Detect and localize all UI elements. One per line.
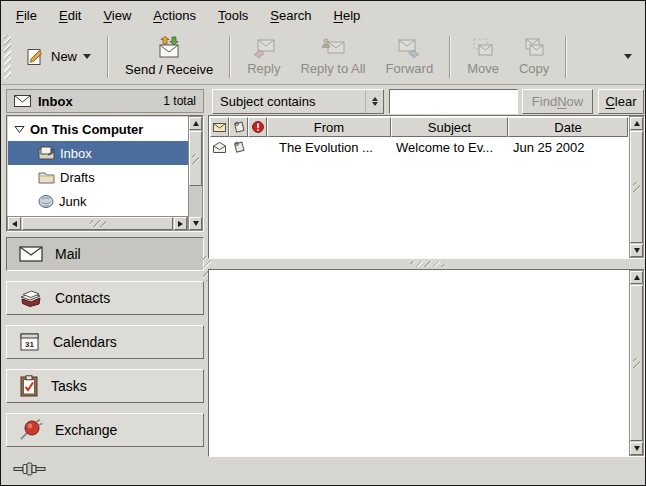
- send-receive-button[interactable]: Send / Receive: [115, 32, 223, 82]
- tree-vertical-scrollbar[interactable]: [188, 116, 203, 231]
- shortcut-contacts-button[interactable]: Contacts: [6, 281, 204, 315]
- folder-tree: On This Computer Inbox: [8, 117, 188, 216]
- svg-text:31: 31: [25, 340, 34, 349]
- message-list-header: From Subject Date: [210, 117, 628, 137]
- scroll-up-button[interactable]: [189, 117, 202, 130]
- reply-to-all-label: Reply to All: [300, 61, 365, 76]
- search-criteria-value: Subject contains: [220, 94, 315, 109]
- clear-button[interactable]: Clear: [598, 89, 644, 114]
- tree-node-junk[interactable]: Junk: [8, 189, 188, 213]
- toolbar-grip[interactable]: [4, 35, 11, 79]
- message-row[interactable]: The Evolution ... Welcome to Ev... Jun 2…: [210, 137, 628, 157]
- column-attachment[interactable]: [229, 117, 248, 137]
- scrollbar-thumb[interactable]: [22, 217, 173, 230]
- online-status-plug-icon[interactable]: [13, 461, 49, 477]
- toolbar: New Send / Receive: [1, 29, 645, 85]
- scroll-right-button[interactable]: [174, 217, 187, 230]
- shortcut-label: Contacts: [55, 290, 110, 306]
- scroll-up-button[interactable]: [630, 271, 643, 284]
- folder-title-bar[interactable]: Inbox 1 total: [6, 89, 204, 113]
- shortcut-label: Exchange: [55, 422, 117, 438]
- folder-tree-panel: On This Computer Inbox: [6, 115, 204, 232]
- scroll-down-button[interactable]: [630, 442, 643, 455]
- column-from[interactable]: From: [267, 117, 391, 137]
- new-button-label: New: [51, 49, 77, 64]
- toolbar-separator: [565, 36, 567, 78]
- attachment-cell: [229, 141, 248, 153]
- junk-icon: [38, 194, 54, 208]
- tree-node-label: Drafts: [60, 170, 95, 185]
- find-now-button[interactable]: Find Now: [522, 89, 593, 114]
- toolbar-overflow-button[interactable]: [619, 48, 637, 66]
- reply-to-all-icon: [320, 37, 346, 59]
- shortcut-label: Mail: [55, 246, 81, 262]
- tree-node-label: On This Computer: [30, 122, 143, 137]
- scrollbar-thumb[interactable]: [630, 285, 643, 441]
- search-criteria-select[interactable]: Subject contains: [212, 89, 384, 114]
- message-subject: Welcome to Ev...: [391, 140, 508, 155]
- menu-view[interactable]: View: [92, 4, 142, 27]
- open-envelope-icon: [213, 142, 226, 153]
- list-vertical-scrollbar[interactable]: [629, 116, 644, 258]
- new-dropdown-chevron-icon[interactable]: [83, 54, 91, 59]
- reply-to-all-button[interactable]: Reply to All: [290, 32, 375, 82]
- mail-icon: [19, 246, 43, 262]
- reply-button[interactable]: Reply: [237, 32, 290, 82]
- toolbar-separator: [229, 36, 231, 78]
- scroll-up-button[interactable]: [630, 117, 643, 130]
- column-important[interactable]: [248, 117, 267, 137]
- expander-triangle-icon[interactable]: [14, 125, 25, 134]
- search-input[interactable]: [389, 89, 518, 114]
- shortcut-calendars-button[interactable]: 31 Calendars: [6, 325, 204, 359]
- preview-vertical-scrollbar[interactable]: [629, 270, 644, 456]
- tasks-icon: [19, 375, 39, 397]
- menu-edit[interactable]: Edit: [48, 4, 92, 27]
- menu-actions[interactable]: Actions: [142, 4, 207, 27]
- menu-help[interactable]: Help: [323, 4, 372, 27]
- scroll-down-button[interactable]: [189, 217, 202, 230]
- attachment-note-icon: [233, 141, 245, 153]
- message-date: Jun 25 2002: [508, 140, 628, 155]
- reply-label: Reply: [247, 61, 280, 76]
- scroll-down-button[interactable]: [630, 244, 643, 257]
- scroll-left-button[interactable]: [8, 217, 21, 230]
- copy-label: Copy: [519, 61, 549, 76]
- tree-node-drafts[interactable]: Drafts: [8, 165, 188, 189]
- contacts-icon: [19, 289, 43, 307]
- move-button[interactable]: Move: [457, 32, 509, 82]
- scrollbar-thumb[interactable]: [630, 131, 643, 243]
- shortcut-tasks-button[interactable]: Tasks: [6, 369, 204, 403]
- column-status[interactable]: [210, 117, 229, 137]
- forward-button[interactable]: Forward: [375, 32, 443, 82]
- scrollbar-thumb[interactable]: [189, 131, 202, 186]
- column-date[interactable]: Date: [508, 117, 628, 137]
- exchange-plug-icon: [19, 419, 43, 441]
- toolbar-separator: [449, 36, 451, 78]
- column-subject[interactable]: Subject: [391, 117, 508, 137]
- envelope-status-icon: [213, 123, 226, 132]
- menu-search[interactable]: Search: [259, 4, 322, 27]
- send-receive-icon: [156, 36, 182, 60]
- splitter-grip: [410, 261, 444, 267]
- folder-message-count: 1 total: [163, 94, 196, 108]
- tree-horizontal-scrollbar[interactable]: [7, 216, 188, 231]
- copy-button[interactable]: Copy: [509, 32, 559, 82]
- folder-icon: [38, 171, 55, 184]
- current-folder-title: Inbox: [38, 94, 73, 109]
- move-message-icon: [471, 37, 495, 59]
- message-list: From Subject Date: [208, 115, 645, 259]
- tree-node-label: Inbox: [60, 146, 92, 161]
- menu-file[interactable]: File: [5, 4, 48, 27]
- column-from-label: From: [314, 120, 344, 135]
- list-preview-splitter[interactable]: [208, 259, 645, 269]
- tree-node-inbox[interactable]: Inbox: [8, 141, 188, 165]
- shortcut-label: Calendars: [53, 334, 117, 350]
- move-label: Move: [467, 61, 499, 76]
- new-button[interactable]: New: [15, 39, 101, 75]
- shortcut-exchange-button[interactable]: Exchange: [6, 413, 204, 447]
- tree-node-on-this-computer[interactable]: On This Computer: [8, 117, 188, 141]
- shortcut-mail-button[interactable]: Mail: [6, 237, 204, 271]
- preview-pane: [208, 269, 645, 457]
- menu-tools[interactable]: Tools: [207, 4, 259, 27]
- forward-icon: [396, 37, 422, 59]
